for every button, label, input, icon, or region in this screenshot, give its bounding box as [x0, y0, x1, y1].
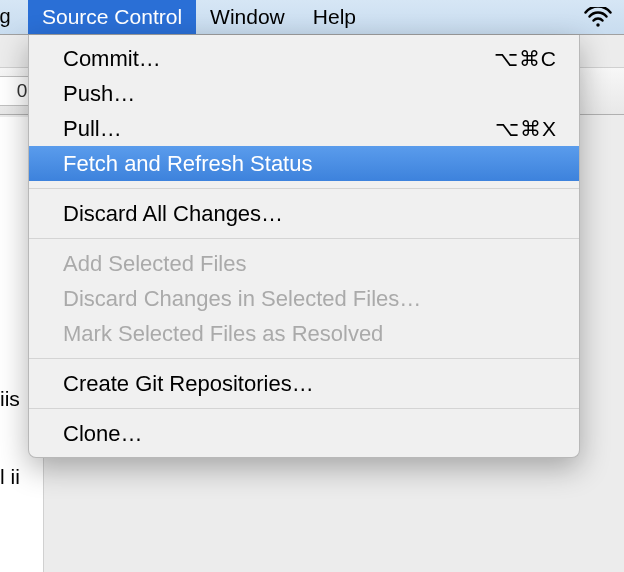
- menubar-item-window[interactable]: Window: [196, 0, 299, 34]
- menu-item-label: Discard All Changes…: [63, 201, 557, 227]
- menu-item-shortcut: ⌥⌘C: [494, 47, 557, 71]
- menu-item-add-selected: Add Selected Files: [29, 246, 579, 281]
- bg-text1: iis: [0, 387, 20, 411]
- menu-item-label: Clone…: [63, 421, 557, 447]
- menu-item-shortcut: ⌥⌘X: [495, 117, 557, 141]
- menu-item-clone[interactable]: Clone…: [29, 416, 579, 451]
- dropdown-menu-source-control: Commit… ⌥⌘C Push… Pull… ⌥⌘X Fetch and Re…: [28, 35, 580, 458]
- menu-item-label: Mark Selected Files as Resolved: [63, 321, 557, 347]
- menubar-item-help[interactable]: Help: [299, 0, 370, 34]
- bg-text2: l ii: [0, 465, 20, 489]
- menu-separator: [29, 408, 579, 409]
- menu-item-label: Pull…: [63, 116, 495, 142]
- menubar-cut-prev: g: [0, 0, 10, 34]
- menu-item-mark-resolved: Mark Selected Files as Resolved: [29, 316, 579, 351]
- menubar-item-label: Window: [210, 5, 285, 29]
- menu-separator: [29, 238, 579, 239]
- menubar-item-source-control[interactable]: Source Control: [28, 0, 196, 34]
- menubar-spacer: [10, 0, 28, 34]
- menu-item-create-repos[interactable]: Create Git Repositories…: [29, 366, 579, 401]
- menu-item-fetch-refresh[interactable]: Fetch and Refresh Status: [29, 146, 579, 181]
- menu-separator: [29, 358, 579, 359]
- menu-item-label: Commit…: [63, 46, 494, 72]
- wifi-icon[interactable]: [572, 0, 624, 34]
- menu-item-discard-all[interactable]: Discard All Changes…: [29, 196, 579, 231]
- menu-item-commit[interactable]: Commit… ⌥⌘C: [29, 41, 579, 76]
- menubar: g Source Control Window Help: [0, 0, 624, 35]
- menu-item-pull[interactable]: Pull… ⌥⌘X: [29, 111, 579, 146]
- menu-item-label: Discard Changes in Selected Files…: [63, 286, 557, 312]
- menu-separator: [29, 188, 579, 189]
- menu-item-label: Push…: [63, 81, 557, 107]
- menu-item-discard-selected: Discard Changes in Selected Files…: [29, 281, 579, 316]
- menu-item-label: Create Git Repositories…: [63, 371, 557, 397]
- menu-item-push[interactable]: Push…: [29, 76, 579, 111]
- menubar-item-label: Help: [313, 5, 356, 29]
- menubar-flex: [370, 0, 572, 34]
- menu-item-label: Add Selected Files: [63, 251, 557, 277]
- menubar-item-label: Source Control: [42, 5, 182, 29]
- menu-item-label: Fetch and Refresh Status: [63, 151, 557, 177]
